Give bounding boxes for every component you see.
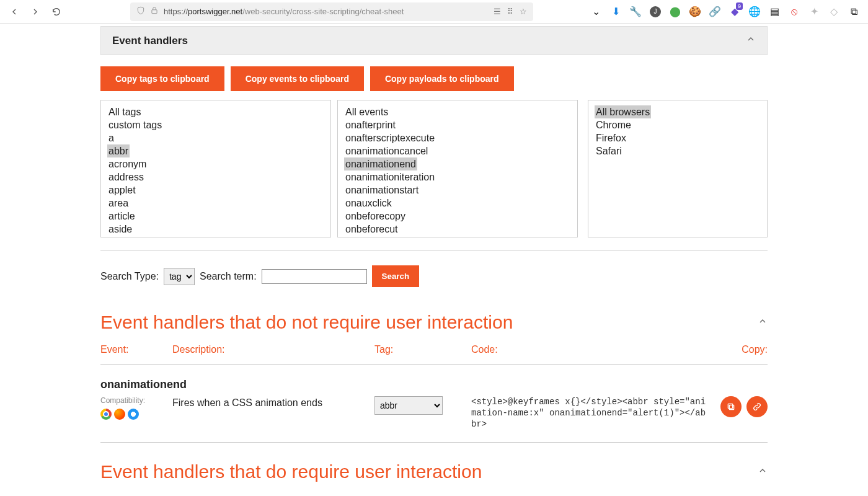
- back-button[interactable]: [5, 3, 24, 20]
- url-bar[interactable]: https://portswigger.net/web-security/cro…: [130, 2, 533, 21]
- profile-icon[interactable]: J: [650, 6, 661, 17]
- search-button[interactable]: Search: [372, 265, 419, 287]
- search-type-label: Search Type:: [100, 271, 159, 282]
- list-item[interactable]: Firefox: [595, 131, 627, 144]
- tags-list[interactable]: All tagscustom tagsaabbracronymaddressap…: [100, 100, 331, 237]
- list-item[interactable]: onafterprint: [344, 118, 397, 131]
- translate-icon[interactable]: ⠿: [507, 7, 513, 16]
- list-item[interactable]: onanimationend: [344, 157, 417, 170]
- list-item[interactable]: onanimationiteration: [344, 170, 436, 184]
- forward-button[interactable]: [26, 3, 45, 20]
- collapse-icon[interactable]: [758, 316, 768, 329]
- firefox-icon: [114, 409, 125, 420]
- noscript-icon[interactable]: ⦸: [789, 6, 800, 17]
- download-icon[interactable]: ⬇: [610, 6, 621, 17]
- list-item[interactable]: acronym: [107, 157, 148, 170]
- copy-code-button[interactable]: [720, 396, 742, 417]
- safari-icon: [128, 409, 139, 420]
- svg-rect-2: [728, 404, 732, 408]
- chrome-icon: [100, 409, 112, 420]
- ext-diamond-icon[interactable]: ◇: [828, 6, 839, 17]
- puzzle-icon[interactable]: ✦: [808, 6, 820, 17]
- col-description: Description:: [172, 344, 374, 355]
- heading-with-interaction: Event handlers that do require user inte…: [100, 443, 768, 494]
- events-list[interactable]: All eventsonafterprintonafterscriptexecu…: [337, 100, 578, 237]
- extensions-icon[interactable]: ⧉: [848, 6, 859, 17]
- copy-tags-button[interactable]: Copy tags to clipboard: [100, 66, 224, 91]
- result-description: Fires when a CSS animation ends: [172, 396, 374, 430]
- list-item[interactable]: onafterscriptexecute: [344, 131, 436, 144]
- col-copy: Copy:: [730, 344, 768, 355]
- url-text: https://portswigger.net/web-security/cro…: [164, 7, 404, 16]
- copy-events-button[interactable]: Copy events to clipboard: [231, 66, 364, 91]
- extension-badge-icon[interactable]: ◆9: [729, 6, 740, 17]
- list-item[interactable]: area: [107, 197, 130, 210]
- svg-rect-0: [152, 10, 157, 14]
- bookmark-star-icon[interactable]: ☆: [520, 7, 527, 16]
- col-tag: Tag:: [374, 344, 471, 355]
- result-tag-select[interactable]: abbr: [374, 396, 443, 415]
- list-item[interactable]: onbeforecopy: [344, 210, 407, 223]
- list-item[interactable]: onanimationcancel: [344, 144, 429, 157]
- list-item[interactable]: address: [107, 170, 145, 184]
- collapse-icon[interactable]: [758, 466, 768, 478]
- list-item[interactable]: All tags: [107, 105, 142, 118]
- list-item[interactable]: Chrome: [595, 118, 632, 131]
- result-code: <style>@keyframes x{}</style><abbr style…: [471, 396, 720, 430]
- translate2-icon[interactable]: 🌐: [749, 6, 760, 17]
- list-item[interactable]: onauxclick: [344, 197, 393, 210]
- browsers-list[interactable]: All browsersChromeFirefoxSafari: [588, 100, 768, 237]
- reload-button[interactable]: [47, 3, 66, 20]
- section-title: Event handlers: [112, 35, 188, 47]
- search-term-label: Search term:: [200, 271, 257, 282]
- browser-toolbar: https://portswigger.net/web-security/cro…: [0, 0, 868, 24]
- link-icon[interactable]: 🔗: [709, 6, 720, 17]
- list-item[interactable]: aside: [107, 223, 133, 236]
- notes-icon[interactable]: ▤: [769, 6, 780, 17]
- list-item[interactable]: All events: [344, 105, 389, 118]
- wrench-icon[interactable]: 🔧: [630, 6, 641, 17]
- list-item[interactable]: custom tags: [107, 118, 163, 131]
- copy-payloads-button[interactable]: Copy payloads to clipboard: [370, 66, 514, 91]
- list-item[interactable]: onbeforecut: [344, 223, 399, 236]
- result-row: Compatibility: Fires when a CSS animatio…: [100, 396, 768, 443]
- reader-icon[interactable]: ☰: [494, 7, 501, 16]
- result-event-name: onanimationend: [100, 365, 768, 396]
- shield-icon: [136, 6, 145, 17]
- search-term-input[interactable]: [262, 269, 367, 284]
- list-item[interactable]: a: [107, 131, 115, 144]
- lock-icon: [150, 6, 159, 17]
- list-item[interactable]: article: [107, 210, 136, 223]
- cookie-icon[interactable]: 🍪: [689, 6, 701, 17]
- svg-rect-1: [729, 405, 733, 409]
- list-item[interactable]: abbr: [107, 144, 130, 157]
- col-event: Event:: [100, 344, 172, 355]
- heading-no-interaction: Event handlers that do not require user …: [100, 293, 768, 344]
- compat-label: Compatibility:: [100, 396, 172, 405]
- collapse-icon[interactable]: [746, 34, 756, 47]
- search-type-select[interactable]: tag: [164, 268, 195, 285]
- list-item[interactable]: applet: [107, 184, 137, 197]
- list-item[interactable]: Safari: [595, 144, 623, 157]
- ext-green-icon[interactable]: ⬤: [670, 6, 681, 17]
- extension-toolbar: ⌄ ⬇ 🔧 J ⬤ 🍪 🔗 ◆9 🌐 ▤ ⦸ ✦ ◇ ⧉: [590, 6, 863, 17]
- list-item[interactable]: All browsers: [595, 105, 651, 118]
- pocket-icon[interactable]: ⌄: [590, 6, 601, 17]
- section-header[interactable]: Event handlers: [100, 26, 768, 55]
- copy-link-button[interactable]: [746, 396, 768, 417]
- column-headers: Event: Description: Tag: Code: Copy:: [100, 344, 768, 365]
- col-code: Code:: [471, 344, 730, 355]
- list-item[interactable]: onanimationstart: [344, 184, 420, 197]
